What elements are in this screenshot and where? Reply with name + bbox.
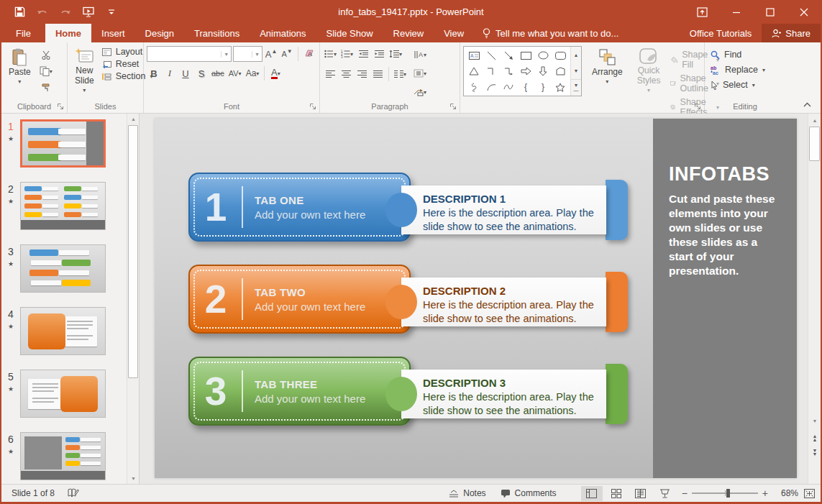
align-right-button[interactable] [355, 66, 369, 82]
shapes-scroll-down-icon[interactable]: ▼ [571, 63, 581, 78]
tab-file[interactable]: File [1, 24, 45, 42]
customize-quick-access-button[interactable] [105, 6, 118, 19]
zoom-out-button[interactable]: − [682, 487, 688, 499]
slide-gray-sidebar[interactable]: INFOTABS Cut and paste these elements in… [653, 119, 797, 478]
line-spacing-button[interactable]: ▾ [388, 46, 403, 62]
description-three-card[interactable]: DESCRIPTION 3 Here is the description ar… [401, 370, 606, 418]
tell-me-box[interactable]: Tell me what you want to do... [474, 24, 627, 42]
new-slide-dropdown-arrow[interactable]: ▾ [83, 86, 86, 96]
slide-thumbnail-5[interactable]: 5 ★ [1, 370, 122, 418]
tab-review[interactable]: Review [383, 24, 434, 42]
paste-dropdown-arrow[interactable]: ▾ [18, 77, 21, 87]
shape-rounded-rectangle-icon[interactable] [552, 47, 569, 63]
numbering-button[interactable]: 123▾ [339, 46, 355, 62]
normal-view-button[interactable] [581, 486, 603, 501]
shape-down-arrow-icon[interactable] [534, 63, 552, 79]
align-text-button[interactable]: ▾ [412, 65, 428, 81]
shapes-gallery[interactable]: A { [463, 46, 582, 96]
shape-arc-icon[interactable] [483, 79, 500, 95]
tab-home[interactable]: Home [45, 24, 91, 42]
shape-star-icon[interactable] [552, 79, 569, 95]
slide-sorter-view-button[interactable] [606, 486, 627, 501]
clear-formatting-button[interactable]: A [302, 46, 316, 62]
paste-button[interactable]: Paste ▾ [4, 45, 35, 90]
shape-oval-icon[interactable] [534, 47, 552, 63]
shape-right-brace-icon[interactable]: } [534, 79, 552, 95]
format-painter-button[interactable] [37, 80, 55, 96]
underline-button[interactable]: U [178, 65, 193, 81]
bullets-button[interactable]: ▾ [323, 46, 338, 62]
shrink-font-button[interactable]: A▼ [280, 46, 294, 62]
description-two-card[interactable]: DESCRIPTION 2 Here is the description ar… [401, 278, 606, 326]
shape-elbow-connector-icon[interactable] [483, 63, 500, 79]
close-button[interactable] [787, 0, 821, 24]
start-from-beginning-button[interactable] [82, 6, 95, 19]
comments-button[interactable]: Comments [495, 486, 562, 500]
copy-dropdown-arrow[interactable]: ▾ [50, 68, 52, 75]
zoom-in-button[interactable]: + [762, 487, 768, 499]
description-one-card[interactable]: DESCRIPTION 1 Here is the description ar… [401, 185, 606, 234]
copy-button[interactable]: ▾ [37, 63, 55, 79]
italic-button[interactable]: I [163, 65, 177, 81]
slide-thumbnail-3[interactable]: 3 ★ [1, 244, 122, 293]
collapse-ribbon-button[interactable] [799, 98, 815, 110]
drawing-dialog-launcher[interactable] [694, 103, 702, 111]
shapes-more-icon[interactable]: ▼— [571, 79, 581, 96]
main-vertical-scrollbar[interactable]: ▲ ▼ ▲▲ ▼▼ [808, 114, 821, 484]
font-dialog-launcher[interactable] [309, 103, 317, 111]
text-shadow-button[interactable]: S [194, 65, 209, 81]
tab-two-side-tab[interactable] [606, 272, 628, 332]
font-color-button[interactable]: A▾ [268, 65, 283, 81]
fit-slide-to-window-button[interactable] [804, 489, 815, 498]
slide-thumbnail-2[interactable]: 2 ★ [1, 182, 122, 230]
shape-right-arrow-icon[interactable] [517, 63, 534, 79]
thumbnail-panel-scrollbar[interactable]: ▲ ▼ [127, 114, 139, 484]
increase-indent-button[interactable] [372, 46, 386, 62]
select-dropdown-arrow[interactable]: ▾ [752, 82, 755, 88]
zoom-slider[interactable]: − + [682, 487, 768, 499]
slide-thumbnail-1[interactable]: 1 ★ [1, 119, 122, 168]
cut-button[interactable] [37, 47, 55, 63]
convert-to-smartart-button[interactable]: ▾ [412, 84, 428, 100]
shape-arrow-icon[interactable] [500, 47, 517, 63]
shape-textbox-icon[interactable]: A [465, 47, 483, 63]
reading-view-button[interactable] [630, 486, 652, 501]
office-tutorials-button[interactable]: Office Tutorials [680, 24, 762, 42]
strikethrough-button[interactable]: abc [210, 65, 226, 81]
tab-design[interactable]: Design [135, 24, 184, 42]
tab-one-side-tab[interactable] [606, 180, 628, 240]
main-scrollbar-thumb[interactable] [809, 127, 820, 161]
arrange-button[interactable]: Arrange ▾ [588, 45, 627, 90]
next-slide-button[interactable]: ▼▼ [809, 449, 821, 456]
align-left-button[interactable] [323, 66, 337, 82]
shape-rectangle-icon[interactable] [517, 47, 534, 63]
columns-button[interactable]: ▾ [393, 66, 408, 82]
maximize-button[interactable] [753, 0, 787, 24]
thumbnail-scrollbar-thumb[interactable] [128, 125, 138, 378]
shapes-gallery-scrollbar[interactable]: ▲ ▼ ▼— [570, 47, 581, 96]
shape-triangle-icon[interactable] [465, 63, 483, 79]
slide-thumbnail-4[interactable]: 4 ★ [1, 307, 122, 355]
slide-thumbnail-6[interactable]: 6 ★ [1, 432, 122, 480]
align-center-button[interactable] [339, 66, 353, 82]
slide-1-editor[interactable]: 1 TAB ONE Add your own text here DESCRIP… [155, 119, 797, 478]
clipboard-dialog-launcher[interactable] [57, 103, 65, 111]
text-direction-button[interactable]: A▾ [412, 47, 428, 63]
share-button[interactable]: Share [762, 24, 821, 42]
scroll-up-icon[interactable]: ▲ [809, 115, 821, 126]
change-case-button[interactable]: Aa▾ [245, 65, 261, 81]
shape-scribble-icon[interactable] [465, 79, 483, 95]
find-button[interactable]: Find [708, 48, 768, 61]
replace-dropdown-arrow[interactable]: ▾ [762, 67, 765, 73]
notes-button[interactable]: Notes [443, 486, 491, 500]
spell-check-button[interactable] [68, 488, 79, 498]
tab-three-side-tab[interactable] [606, 364, 628, 424]
zoom-level[interactable]: 68% [774, 488, 798, 498]
shapes-scroll-up-icon[interactable]: ▲ [571, 47, 581, 63]
shape-curve-icon[interactable] [500, 79, 517, 95]
thumbnail-scroll-up-icon[interactable]: ▲ [128, 114, 139, 124]
tab-animations[interactable]: Animations [250, 24, 316, 42]
tab-two-shape[interactable]: 2 TAB TWO Add your own text here [188, 265, 411, 334]
font-name-combo[interactable]: ▾ [147, 46, 232, 62]
minimize-button[interactable] [719, 0, 753, 24]
